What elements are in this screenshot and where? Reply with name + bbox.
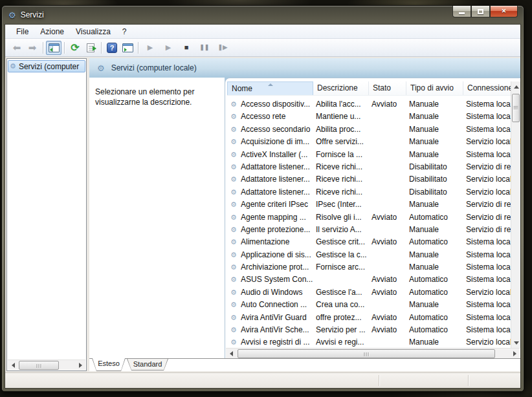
export-list-button[interactable] <box>83 41 98 55</box>
column-header-tipo-di-avvio[interactable]: Tipo di avvio <box>406 81 463 95</box>
service-row[interactable]: ⚙Archiviazione prot...Fornisce arc...Man… <box>227 261 511 274</box>
service-logon-as: Servizio di rete <box>466 200 511 209</box>
back-button[interactable]: ⬅ <box>9 41 25 55</box>
service-row[interactable]: ⚙ActiveX Installer (...Fornisce la ...Ma… <box>227 149 511 161</box>
forward-button[interactable]: ➡ <box>25 41 40 55</box>
service-name: ASUS System Con... <box>241 275 313 284</box>
scroll-down-button[interactable] <box>511 338 520 348</box>
extended-view-button[interactable] <box>120 41 135 55</box>
service-description: offre protez... <box>316 313 368 322</box>
scroll-right-button[interactable] <box>75 360 85 370</box>
service-row[interactable]: ⚙ASUS System Con...AvviatoAutomaticoSist… <box>227 274 511 286</box>
tab-label: Esteso <box>93 358 125 370</box>
service-status: Avviato <box>371 275 406 284</box>
list-horizontal-scrollbar[interactable] <box>226 348 520 358</box>
thumb-grip-icon <box>514 106 518 110</box>
scroll-up-button[interactable] <box>511 81 520 92</box>
forward-icon: ➡ <box>28 43 37 52</box>
service-row[interactable]: ⚙Adattatore listener...Riceve richi...Di… <box>227 186 511 198</box>
minimize-button[interactable] <box>452 6 471 17</box>
service-row[interactable]: ⚙Agente criteri IPsecIPsec (Inter...Manu… <box>227 198 511 211</box>
service-startup-type: Automatico <box>409 275 463 284</box>
status-bar <box>5 372 520 388</box>
column-header-connessione[interactable]: Connessione <box>463 81 511 95</box>
service-gear-icon: ⚙ <box>230 263 237 272</box>
service-row[interactable]: ⚙Avira AntiVir Guardoffre protez...Avvia… <box>227 312 511 324</box>
list-vertical-scrollbar[interactable] <box>511 81 520 348</box>
service-row[interactable]: ⚙Agente protezione...Il servizio A...Man… <box>227 224 511 236</box>
service-logon-as: Sistema locale <box>466 100 511 109</box>
service-row[interactable]: ⚙Audio di WindowsGestisce l'a...AvviatoA… <box>227 286 511 299</box>
menu-item-[interactable]: ? <box>116 25 133 38</box>
show-console-tree-button[interactable] <box>46 41 61 55</box>
tab-standard[interactable]: Standard <box>127 359 168 370</box>
column-header-descrizione[interactable]: Descrizione <box>313 81 369 95</box>
titlebar[interactable]: ⚙ Servizi <box>2 6 524 24</box>
service-status: Avviato <box>371 313 406 322</box>
stop-service-button[interactable]: ■ <box>179 41 194 55</box>
service-row[interactable]: ⚙Adattatore listener...Riceve richi...Di… <box>227 161 511 173</box>
service-row[interactable]: ⚙AlimentazioneGestisce crit...AvviatoAut… <box>227 236 511 248</box>
service-row[interactable]: ⚙Auto Connection ...Crea una co...Manual… <box>227 299 511 311</box>
scrollbar-thumb[interactable] <box>238 349 495 358</box>
service-name: Accesso rete <box>241 112 313 121</box>
scroll-up-icon <box>514 85 519 89</box>
client-area: FileAzioneVisualizza? ⬅ ➡ ⟳ ? ▶ ▶ ■ <box>5 24 521 389</box>
work-area: ⚙ Servizi (computer ⚙ Servizi (computer … <box>5 57 520 372</box>
scroll-right-button[interactable] <box>509 349 520 359</box>
refresh-button[interactable]: ⟳ <box>67 41 83 55</box>
service-logon-as: Sistema locale <box>466 300 511 309</box>
service-name: Archiviazione prot... <box>241 263 313 272</box>
service-row[interactable]: ⚙Agente mapping ...Risolve gli i...Avvia… <box>227 211 511 224</box>
service-row[interactable]: ⚙Accesso secondarioAbilita proc...Manual… <box>227 123 511 136</box>
help-button[interactable]: ? <box>104 41 120 55</box>
pause-icon: ❚❚ <box>199 45 209 50</box>
service-description: Risolve gli i... <box>316 213 368 222</box>
service-row[interactable]: ⚙Avira AntiVir Sche...Servizio per ...Av… <box>227 324 511 336</box>
tree-item-services[interactable]: ⚙ Servizi (computer <box>8 60 85 72</box>
scroll-left-icon <box>230 351 233 356</box>
tree-horizontal-scrollbar[interactable] <box>8 359 85 370</box>
help-icon: ? <box>107 43 117 53</box>
scrollbar-thumb[interactable] <box>512 94 520 122</box>
service-logon-as: Sistema locale <box>466 263 511 272</box>
close-button[interactable]: ✕ <box>490 6 518 17</box>
service-name: Audio di Windows <box>241 288 313 297</box>
toolbar-separator <box>43 42 43 54</box>
maximize-button[interactable] <box>471 6 490 17</box>
service-row[interactable]: ⚙Accesso dispositiv...Abilita l'acc...Av… <box>227 98 511 111</box>
service-name: Adattatore listener... <box>241 175 313 184</box>
tree-item-label: Servizi (computer <box>19 62 79 71</box>
tab-esteso[interactable]: Esteso <box>92 358 126 371</box>
service-row[interactable]: ⚙Acquisizione di im...Offre servizi...Ma… <box>227 136 511 148</box>
results-header-title: Servizi (computer locale) <box>111 63 197 72</box>
menu-item-file[interactable]: File <box>10 25 34 38</box>
column-header-stato[interactable]: Stato <box>369 81 406 95</box>
scroll-left-button[interactable] <box>8 360 18 370</box>
pause-service-button[interactable]: ❚❚ <box>197 41 212 55</box>
service-row[interactable]: ⚙Adattatore listener...Riceve richi...Di… <box>227 173 511 186</box>
thumb-grip-icon <box>37 364 41 368</box>
service-description: Gestisce crit... <box>316 237 368 246</box>
main-panel: ⚙ Servizi (computer locale) Selezionare … <box>89 58 520 371</box>
start-service-button[interactable]: ▶ <box>142 41 158 55</box>
service-startup-type: Manuale <box>409 263 463 272</box>
service-description: Crea una co... <box>316 300 368 309</box>
resume-service-button[interactable]: ▶ <box>161 41 176 55</box>
service-row[interactable]: ⚙Applicazione di sis...Gestisce la c...M… <box>227 249 511 261</box>
service-gear-icon: ⚙ <box>230 125 237 134</box>
scroll-left-button[interactable] <box>226 349 236 359</box>
scrollbar-thumb[interactable] <box>19 361 59 370</box>
menu-item-visualizza[interactable]: Visualizza <box>70 25 116 38</box>
service-description: Riceve richi... <box>316 162 368 171</box>
menu-item-azione[interactable]: Azione <box>34 25 70 38</box>
restart-service-button[interactable]: ❚▶ <box>215 41 230 55</box>
extended-view-icon <box>122 43 133 52</box>
column-header-nome[interactable]: Nome <box>227 81 313 95</box>
service-logon-as: Servizio locale <box>466 188 511 197</box>
service-row[interactable]: ⚙Avvisi e registri di ...Avvisi e regi..… <box>227 336 511 348</box>
service-description: Abilita l'acc... <box>316 100 368 109</box>
services-rows: ⚙Accesso dispositiv...Abilita l'acc...Av… <box>227 98 511 348</box>
service-description: Servizio per ... <box>316 325 368 334</box>
service-row[interactable]: ⚙Accesso reteMantiene u...ManualeSistema… <box>227 111 511 123</box>
